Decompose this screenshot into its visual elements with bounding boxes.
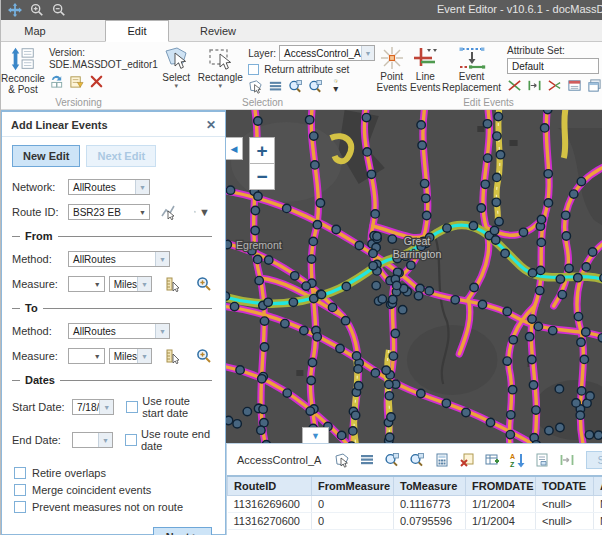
selection-list-icon[interactable]: [268, 79, 283, 94]
from-method-label: Method:: [12, 253, 64, 265]
caret-down-icon: ▼: [135, 180, 149, 194]
select-icon: [163, 45, 190, 72]
layer-dropdown[interactable]: AccessControl_A ▼: [279, 45, 375, 61]
table-column-header[interactable]: AC: [594, 476, 602, 496]
start-date-input[interactable]: 7/18/ ▼: [72, 399, 114, 415]
point-events-button[interactable]: Point Events: [375, 45, 409, 97]
line-events-button[interactable]: Line Events: [409, 45, 443, 97]
end-date-input[interactable]: ▼: [72, 432, 113, 448]
sort-az-icon[interactable]: AZ: [509, 452, 525, 468]
zoom-to-route-button[interactable]: ▼: [194, 204, 210, 220]
use-route-start-checkbox[interactable]: [126, 401, 138, 413]
field-calculator-icon[interactable]: [434, 452, 450, 468]
from-zoom-icon[interactable]: [196, 276, 212, 292]
select-route-icon[interactable]: [160, 204, 176, 220]
events-window-icon[interactable]: [587, 78, 602, 93]
map-zoom-in-button[interactable]: +: [249, 137, 275, 164]
point-events-label-2: Events: [376, 82, 407, 93]
report-icon[interactable]: [534, 452, 550, 468]
use-route-end-label: Use route end date: [141, 428, 212, 452]
clear-selected-rows-icon[interactable]: [459, 452, 475, 468]
clear-selection-button[interactable]: ▾: [328, 79, 343, 94]
attribute-form-icon[interactable]: [567, 78, 582, 93]
table-cell: <null>: [536, 513, 594, 530]
line-events-label-2: Events: [410, 82, 441, 93]
delete-version-icon[interactable]: [89, 74, 104, 89]
pan-icon[interactable]: [7, 2, 23, 18]
table-column-header[interactable]: FROMDATE: [466, 476, 536, 496]
ribbon-group-edit-events: Point Events Line Events: [375, 42, 602, 109]
add-rows-icon[interactable]: [484, 452, 500, 468]
attribute-table-toolbar: AccessControl_A: [227, 448, 602, 472]
event-replacement-label-1: Event: [459, 71, 485, 82]
table-cell: 0.0795596: [394, 513, 466, 530]
tab-review[interactable]: Review: [187, 21, 249, 41]
map-zoom-out-button[interactable]: −: [249, 163, 275, 190]
pan-to-selection-icon[interactable]: [308, 79, 323, 94]
from-method-dropdown[interactable]: AllRoutes ▼: [68, 251, 170, 267]
zoom-in-icon[interactable]: [29, 2, 45, 18]
table-row[interactable]: 1131627060000.07955961/1/2004<null>N: [228, 513, 602, 530]
table-measure-icon[interactable]: [559, 452, 575, 468]
rectangle-select-button[interactable]: Rectangle ▾: [196, 45, 244, 97]
caret-down-icon: ▼: [361, 46, 374, 60]
to-method-dropdown[interactable]: AllRoutes ▼: [68, 323, 170, 339]
next-button[interactable]: Next >: [153, 527, 212, 535]
table-column-header[interactable]: TODATE: [536, 476, 594, 496]
use-route-end-checkbox[interactable]: [125, 434, 137, 446]
from-measure-select-icon[interactable]: [164, 276, 180, 292]
table-zoom-selection-icon[interactable]: [384, 452, 400, 468]
reconcile-post-button[interactable]: Reconcile & Post: [1, 45, 45, 97]
collapse-left-icon[interactable]: ◀: [226, 137, 243, 160]
table-pan-selection-icon[interactable]: [409, 452, 425, 468]
from-units-value: Miles: [114, 279, 137, 290]
attribute-table[interactable]: RouteIDFromMeasureToMeasureFROMDATETODAT…: [227, 475, 602, 530]
select-shape-icon[interactable]: [248, 79, 263, 94]
caret-down-icon: ▼: [99, 400, 113, 414]
table-list-icon[interactable]: [359, 452, 375, 468]
line-events-label-1: Line: [416, 71, 435, 82]
zoom-to-selection-icon[interactable]: [288, 79, 303, 94]
close-icon[interactable]: ✕: [206, 118, 216, 132]
tab-map[interactable]: Map: [9, 21, 61, 41]
table-select-shape-icon[interactable]: [334, 452, 350, 468]
event-replacement-button[interactable]: Event Replacement: [442, 45, 501, 97]
save-button[interactable]: Sa: [586, 451, 602, 469]
to-zoom-icon[interactable]: [196, 348, 212, 364]
split-route-icon[interactable]: [547, 78, 562, 93]
to-measure-combo[interactable]: ▼: [68, 348, 105, 364]
table-column-header[interactable]: RouteID: [228, 476, 312, 496]
table-column-header[interactable]: FromMeasure: [312, 476, 394, 496]
table-row[interactable]: 1131626960000.11167731/1/2004<null>N: [228, 496, 602, 513]
collapse-down-icon[interactable]: ▼: [302, 427, 329, 443]
map-view[interactable]: Egremont Great Barrington ◀ + − ▼: [226, 110, 602, 443]
layer-label: Layer:: [248, 48, 276, 59]
retire-overlaps-checkbox[interactable]: [14, 467, 26, 479]
next-edit-button[interactable]: Next Edit: [86, 145, 156, 167]
ribbon-group-versioning: Reconcile & Post Version: SDE.MASSDOT_ed…: [1, 42, 156, 109]
select-button[interactable]: Select ▾: [156, 45, 196, 97]
tab-edit[interactable]: Edit: [105, 20, 169, 42]
route-id-dropdown[interactable]: BSR23 EB ▼: [68, 204, 150, 220]
network-dropdown[interactable]: AllRoutes ▼: [68, 179, 150, 195]
from-units-dropdown[interactable]: Miles ▼: [109, 276, 152, 292]
to-measure-select-icon[interactable]: [164, 348, 180, 364]
prevent-measures-checkbox[interactable]: [14, 501, 26, 513]
table-column-header[interactable]: ToMeasure: [394, 476, 466, 496]
caret-down-icon: ▼: [137, 349, 151, 363]
change-version-icon[interactable]: [49, 74, 64, 89]
from-measure-combo[interactable]: ▼: [68, 276, 105, 292]
split-event-icon[interactable]: [507, 78, 522, 93]
event-replacement-icon: [457, 45, 487, 71]
to-units-dropdown[interactable]: Miles ▼: [109, 348, 152, 364]
measure-event-icon[interactable]: [527, 78, 542, 93]
zoom-out-icon[interactable]: [51, 2, 67, 18]
return-attribute-checkbox[interactable]: [248, 64, 259, 75]
new-edit-button[interactable]: New Edit: [12, 145, 80, 167]
attribute-set-dropdown[interactable]: Default: [507, 58, 599, 74]
table-cell: 1/1/2004: [466, 496, 536, 513]
merge-coincident-checkbox[interactable]: [14, 484, 26, 496]
from-section-rule: From: [12, 230, 212, 242]
new-version-icon[interactable]: [69, 74, 84, 89]
point-events-label-1: Point: [380, 71, 403, 82]
